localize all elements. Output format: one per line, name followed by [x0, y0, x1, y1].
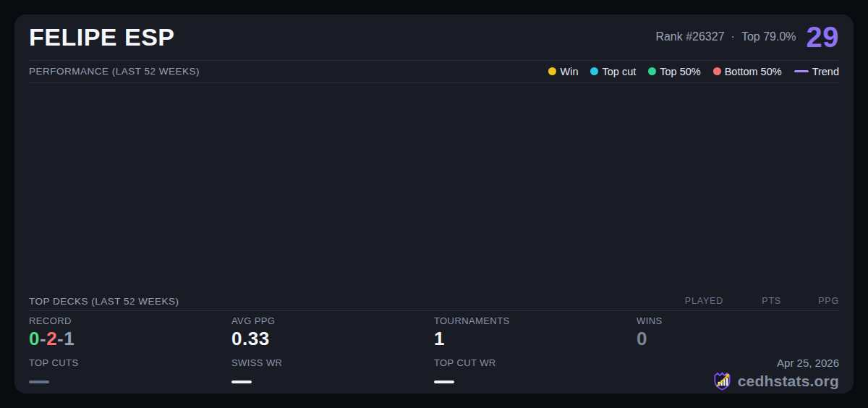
stat-top-cuts: TOP CUTS: [29, 357, 231, 394]
stat-wins: WINS 0: [637, 315, 839, 353]
tournaments-value: 1: [434, 327, 637, 350]
player-stats-card: FELIPE ESP Rank #26327 · Top 79.0% 29 PE…: [14, 14, 854, 394]
column-ppg: PPG: [781, 296, 839, 306]
brand-name: cedhstats.org: [738, 373, 839, 390]
stat-top-cut-wr: TOP CUT WR: [434, 357, 637, 394]
stat-swiss-wr: SWISS WR: [231, 357, 434, 394]
page-title: FELIPE ESP: [29, 23, 175, 51]
legend-item-top-50: Top 50%: [648, 66, 700, 77]
rank-line: Rank #26327 · Top 79.0%: [655, 30, 796, 43]
top-decks-header: TOP DECKS (LAST 52 WEEKS) PLAYED PTS PPG: [29, 292, 839, 311]
top-50-dot-icon: [648, 67, 656, 75]
rank-separator: ·: [731, 30, 735, 43]
top-decks-label: TOP DECKS (LAST 52 WEEKS): [29, 296, 179, 307]
stat-tournaments: TOURNAMENTS 1: [434, 315, 637, 353]
legend-item-bottom-50: Bottom 50%: [713, 66, 782, 77]
cedhstats-logo-icon: [712, 371, 732, 391]
record-losses: 2: [46, 328, 57, 349]
wins-value: 0: [637, 327, 839, 350]
avg-ppg-value: 0.33: [231, 327, 434, 350]
rank-text: Rank #26327: [655, 30, 724, 43]
top-cut-dot-icon: [590, 67, 598, 75]
legend-item-top-cut: Top cut: [590, 66, 636, 77]
brand-row: cedhstats.org: [712, 371, 839, 391]
chart-legend: Win Top cut Top 50% Bottom 50% Trend: [548, 66, 839, 77]
performance-header: PERFORMANCE (LAST 52 WEEKS) Win Top cut …: [29, 61, 839, 83]
top-decks-columns: PLAYED PTS PPG: [685, 296, 839, 306]
rank-summary: Rank #26327 · Top 79.0% 29: [655, 22, 839, 51]
legend-item-win: Win: [548, 66, 578, 77]
win-dot-icon: [548, 67, 556, 75]
legend-item-trend: Trend: [794, 66, 839, 77]
stats-grid: RECORD 0-2-1 AVG PPG 0.33 TOURNAMENTS 1 …: [29, 311, 839, 394]
performance-label: PERFORMANCE (LAST 52 WEEKS): [29, 66, 200, 77]
stat-avg-ppg: AVG PPG 0.33: [231, 315, 434, 353]
record-draws: 1: [64, 328, 75, 349]
score-value: 29: [807, 22, 840, 51]
top-percent-text: Top 79.0%: [741, 30, 796, 43]
swiss-wr-empty-dash: [231, 381, 252, 383]
footer-brand-cell: Apr 25, 2026 cedhstats.org: [637, 357, 839, 394]
column-pts: PTS: [723, 296, 781, 306]
report-date: Apr 25, 2026: [777, 357, 839, 369]
record-value: 0-2-1: [29, 327, 231, 350]
top-cuts-empty-dash: [29, 381, 49, 383]
top-cut-wr-empty-dash: [434, 381, 454, 383]
trend-line-icon: [794, 70, 809, 72]
bottom-50-dot-icon: [713, 67, 721, 75]
card-header: FELIPE ESP Rank #26327 · Top 79.0% 29: [29, 14, 839, 61]
column-played: PLAYED: [685, 296, 723, 306]
record-wins: 0: [29, 328, 40, 349]
performance-chart: [29, 83, 839, 292]
stat-record: RECORD 0-2-1: [29, 315, 231, 353]
